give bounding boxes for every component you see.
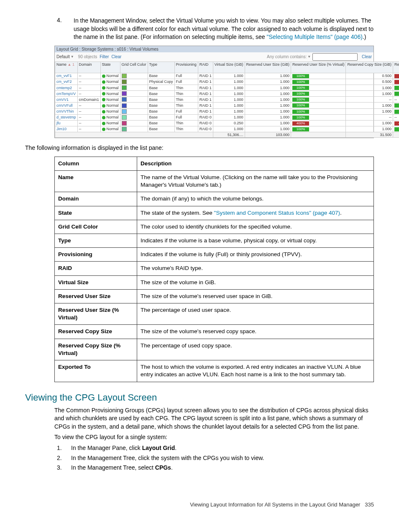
cpg-intro-paragraph: The Common Provisioning Groups (CPGs) la… xyxy=(54,406,374,431)
column-header[interactable]: Reserved Copy Size (% Virtual) xyxy=(393,62,399,73)
desc-column-text: The name of the Virtual Volume. (Clickin… xyxy=(137,170,374,192)
desc-column-text: The percentage of used copy space. xyxy=(137,339,374,360)
column-header[interactable]: Virtual Size (GiB) xyxy=(213,62,245,73)
column-header[interactable]: Provisioning xyxy=(174,62,198,73)
column-header[interactable]: Name ▲ 1 xyxy=(55,62,78,73)
desc-row: Reserved Copy Size (% Virtual)The percen… xyxy=(55,339,374,360)
table-row[interactable]: cmtemp2--NormalBaseThinRAID 11.0001.0001… xyxy=(55,85,399,91)
desc-column-name: Grid Cell Color xyxy=(55,220,137,234)
desc-column-text: The size of the volume in GiB. xyxy=(137,275,374,289)
cpg-steps-intro: To view the CPG layout for a single syst… xyxy=(54,433,374,442)
table-row[interactable]: d_stevetmp--NormalBaseFullRAID 01.0001.0… xyxy=(55,114,399,120)
desc-row: TypeIndicates if the volume is a base vo… xyxy=(55,234,374,247)
desc-row: Virtual SizeThe size of the volume in Gi… xyxy=(55,275,374,289)
step-item: 3.In the Management Tree, select CPGs. xyxy=(54,464,374,472)
desc-column-text: Indicates if the volume is a base volume… xyxy=(137,234,374,247)
table-row[interactable]: cmVVFull--NormalBaseThinRAID 11.0001.000… xyxy=(55,103,399,108)
link-selecting-multiple-items[interactable]: "Selecting Multiple Items" (page 406) xyxy=(266,33,362,40)
column-header[interactable]: State xyxy=(100,62,120,73)
desc-column-name: Type xyxy=(55,234,137,247)
desc-column-text: Indicates if the volume is fully (Full) … xyxy=(137,248,374,262)
column-description-table: Column Description NameThe name of the V… xyxy=(54,157,374,382)
desc-row: DomainThe domain (if any) to which the v… xyxy=(55,192,374,206)
column-header[interactable]: Reserved Copy Size (GiB) xyxy=(346,62,393,73)
column-header[interactable]: Type xyxy=(148,62,174,73)
desc-column-text: The size of the volume's reserved copy s… xyxy=(137,325,374,339)
footer-text: Viewing Layout Information for All Syste… xyxy=(190,501,360,508)
search-input[interactable] xyxy=(312,53,358,61)
link-status-icons[interactable]: "System and Component Status Icons" (pag… xyxy=(214,210,340,216)
desc-row: RAIDThe volume's RAID type. xyxy=(55,262,374,275)
desc-row: Reserved Copy SizeThe size of the volume… xyxy=(55,325,374,339)
clear-link-2[interactable]: Clear xyxy=(362,54,372,59)
desc-column-name: Reserved User Size xyxy=(55,289,137,303)
screenshot-title: Layout Grid : Storage Systems : s016 : V… xyxy=(55,46,373,52)
heading-viewing-cpg-layout: Viewing the CPG Layout Screen xyxy=(25,392,374,403)
desc-column-name: Reserved User Size (% Virtual) xyxy=(55,303,137,325)
table-header-row: Name ▲ 1DomainStateGrid Cell ColorTypePr… xyxy=(55,62,399,73)
desc-column-text: The color used to identify chunklets for… xyxy=(137,220,374,234)
desc-column-name: RAID xyxy=(55,262,137,275)
desc-column-name: State xyxy=(55,206,137,220)
filter-default[interactable]: Default xyxy=(56,54,70,59)
desc-row: Reserved User Size (% Virtual)The percen… xyxy=(55,303,374,325)
screenshot-virtual-volumes-grid: Layout Grid : Storage Systems : s016 : V… xyxy=(54,46,374,138)
step-4-number: 4. xyxy=(54,17,74,41)
desc-row: ProvisioningIndicates if the volume is f… xyxy=(55,248,374,262)
desc-column-name: Domain xyxy=(55,192,137,206)
desc-row: StateThe state of the system. See "Syste… xyxy=(55,206,374,220)
table-row[interactable]: cmVVThin--NormalBaseFullRAID 11.0001.000… xyxy=(55,108,399,114)
table-row[interactable]: Jim10--NormalBaseThinRAID 01.0001.000100… xyxy=(55,126,399,132)
desc-column-text: The domain (if any) to which the volume … xyxy=(137,192,374,206)
table-totals-row: 51,306.... 103.000 31.500 xyxy=(55,132,399,138)
column-header[interactable]: Grid Cell Color xyxy=(120,62,148,73)
column-header[interactable]: Reserved User Size (% Virtual) xyxy=(291,62,346,73)
table-row[interactable]: jfu--NormalBaseThinRAID 00.2501.000400%1… xyxy=(55,120,399,126)
step-item: 1.In the Manager Pane, click Layout Grid… xyxy=(54,444,374,452)
table-row[interactable]: cm_vvF2--NormalPhysical CopyFullRAID 11.… xyxy=(55,79,399,85)
desc-column-text: The volume's RAID type. xyxy=(137,262,374,275)
object-count: 90 objects xyxy=(78,54,97,59)
any-column-label: Any column contains: xyxy=(267,54,307,59)
desc-row: Grid Cell ColorThe color used to identif… xyxy=(55,220,374,234)
clear-link-1[interactable]: Clear xyxy=(111,54,121,59)
page-footer: Viewing Layout Information for All Syste… xyxy=(25,501,374,508)
dropdown-icon: ▼ xyxy=(71,55,74,59)
desc-column-name: Reserved Copy Size (% Virtual) xyxy=(55,339,137,360)
filter-link[interactable]: Filter xyxy=(100,54,109,59)
desc-column-text: The host to which the volume is exported… xyxy=(137,360,374,382)
table-row[interactable]: cmTempVV--NormalBaseThinRAID 11.0001.000… xyxy=(55,91,399,97)
column-header[interactable]: Reserved User Size (GiB) xyxy=(245,62,291,73)
desc-column-text: The percentage of used user space. xyxy=(137,303,374,325)
table-row[interactable]: cm_vvF1--NormalBaseFullRAID 11.0001.0001… xyxy=(55,73,399,79)
desc-column-name: Reserved Copy Size xyxy=(55,325,137,339)
step-item: 2.In the Management Tree, click the syst… xyxy=(54,454,374,463)
table-row[interactable]: cmVV1cmDomain1NormalBaseThinRAID 11.0001… xyxy=(55,97,399,103)
desc-header-description: Description xyxy=(137,157,374,170)
desc-column-name: Provisioning xyxy=(55,248,137,262)
column-header[interactable]: Domain xyxy=(77,62,100,73)
following-info-text: The following information is displayed i… xyxy=(25,144,374,152)
desc-column-name: Virtual Size xyxy=(55,275,137,289)
desc-column-name: Exported To xyxy=(55,360,137,382)
desc-column-text: The size of the volume's reserved user s… xyxy=(137,289,374,303)
desc-row: Reserved User SizeThe size of the volume… xyxy=(55,289,374,303)
step-4: 4. In the Management Window, select the … xyxy=(54,17,374,41)
desc-header-column: Column xyxy=(55,157,137,170)
desc-column-name: Name xyxy=(55,170,137,192)
desc-row: NameThe name of the Virtual Volume. (Cli… xyxy=(55,170,374,192)
page-number: 335 xyxy=(365,501,374,508)
desc-row: Exported ToThe host to which the volume … xyxy=(55,360,374,382)
column-header[interactable]: RAID xyxy=(198,62,213,73)
dropdown-icon: ▼ xyxy=(307,55,311,59)
step-4-text: In the Management Window, select the Vir… xyxy=(74,17,374,41)
desc-column-text: The state of the system. See "System and… xyxy=(137,206,374,220)
